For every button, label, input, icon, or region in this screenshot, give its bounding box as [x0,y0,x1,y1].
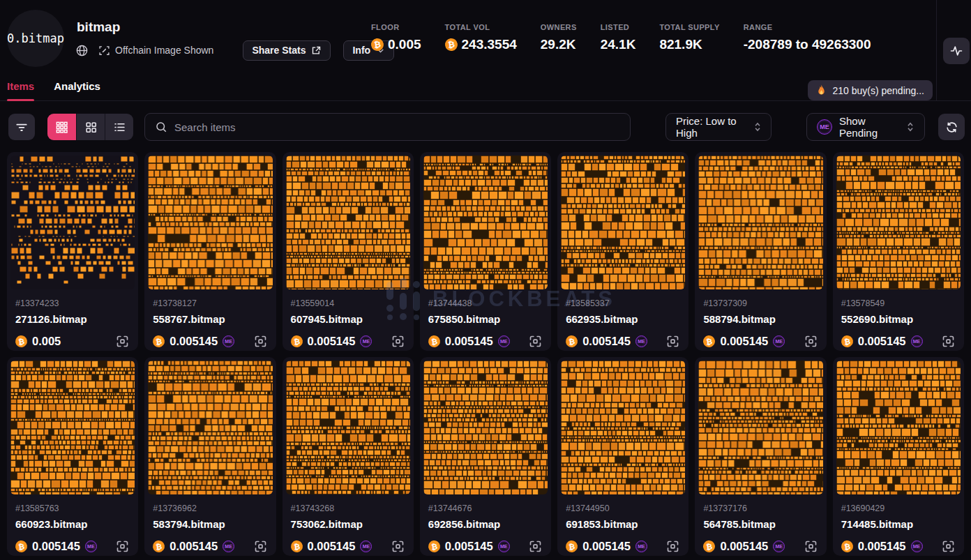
card-price: 0.005145 [858,540,906,553]
card-price: 0.005145 [445,335,493,348]
scan-button[interactable] [253,539,268,554]
scan-button[interactable] [804,334,818,349]
info-label: Info [352,45,370,56]
card-price: 0.005145 [32,540,80,553]
scan-icon [253,539,268,554]
card-price: 0.005145 [170,335,218,348]
bitmap-thumbnail [286,361,410,494]
me-pending-icon: ME [773,335,785,347]
scan-button[interactable] [941,539,956,554]
me-pending-icon: ME [498,540,510,552]
view-list-button[interactable] [105,114,133,140]
me-pending-icon: ME [635,335,647,347]
card-id: #13737176 [703,504,818,513]
magic-eden-icon: ME [817,119,832,135]
stat-label: LISTED [601,23,636,31]
btc-icon: ₿ [841,335,854,348]
scan-icon [253,334,268,349]
item-card[interactable]: #13738127 558767.bitmap ₿ 0.005145 ME [144,152,276,351]
scan-button[interactable] [115,539,130,554]
view-large-grid-button[interactable] [76,114,105,140]
item-card[interactable]: #13744950 691853.bitmap ₿ 0.005145 ME [557,357,688,556]
bitmap-thumbnail [10,156,135,289]
globe-icon[interactable] [75,44,89,57]
offchain-label: Offchain Image Shown [115,45,213,56]
card-id: #13736962 [153,504,267,513]
scan-button[interactable] [941,334,956,349]
item-card[interactable]: #13585337 662935.bitmap ₿ 0.005145 ME [557,152,688,351]
scan-icon [391,539,405,554]
collection-header: 0.bitmap bitmap Offchain Image Shown Sha… [0,0,971,101]
search-box [144,113,631,141]
share-stats-button[interactable]: Share Stats [243,40,331,61]
select-updown-icon [754,122,761,132]
scan-icon [804,539,818,554]
scan-button[interactable] [391,539,405,554]
scan-icon [804,334,818,349]
pending-buys-badge[interactable]: 210 buy(s) pending... [808,80,933,100]
pending-filter-select[interactable]: ME Show Pending [806,113,925,141]
item-card[interactable]: #13578549 552690.bitmap ₿ 0.005145 ME [833,152,964,351]
btc-icon: ₿ [428,335,441,348]
btc-icon: ₿ [15,335,28,348]
scan-button[interactable] [115,334,130,349]
item-card[interactable]: #13374233 271126.bitmap ₿ 0.005 [7,152,138,351]
bitmap-thumbnail [286,156,410,289]
select-updown-icon [906,122,914,132]
tab-items[interactable]: Items [7,80,34,100]
refresh-button[interactable] [938,114,965,140]
grid-3x3-icon [55,121,68,134]
scan-icon [528,334,543,349]
card-price: 0.005145 [170,540,218,553]
tab-analytics[interactable]: Analytics [54,80,100,100]
scan-button[interactable] [528,539,543,554]
card-price: 0.005 [32,335,61,348]
sort-select[interactable]: Price: Low to High [665,113,771,141]
item-card[interactable]: #13744438 675850.bitmap ₿ 0.005145 ME [420,152,551,351]
card-price: 0.005145 [720,335,768,348]
scan-button[interactable] [665,539,680,554]
scan-button[interactable] [665,334,680,349]
item-card[interactable]: #13585763 660923.bitmap ₿ 0.005145 ME [7,357,138,556]
stat-label: TOTAL VOL [445,23,517,31]
item-card[interactable]: #13736962 583794.bitmap ₿ 0.005145 ME [144,357,276,556]
me-pending-icon: ME [360,540,372,552]
filter-button[interactable] [8,114,35,140]
scan-icon [665,539,680,554]
scan-button[interactable] [391,334,405,349]
search-input[interactable] [174,121,620,133]
scan-icon [528,539,543,554]
item-card[interactable]: #13743268 753062.bitmap ₿ 0.005145 ME [283,357,414,556]
scan-button[interactable] [528,334,543,349]
scan-button[interactable] [253,334,268,349]
scan-button[interactable] [804,539,818,554]
stat-value: 0.005 [388,37,421,52]
filter-icon [15,120,29,134]
collection-avatar[interactable]: 0.bitmap [7,10,64,67]
stat-block: RANGE -208789 to 49263300 [744,23,871,52]
btc-icon: ₿ [702,540,716,553]
card-id: #13738127 [153,298,267,308]
card-name: 552690.bitmap [841,313,956,325]
item-card[interactable]: #13744676 692856.bitmap ₿ 0.005145 ME [420,357,551,556]
btc-icon: ₿ [841,540,854,553]
collection-title: bitmap [77,20,120,35]
card-id: #13690429 [841,504,956,513]
search-icon [155,121,167,133]
card-id: #13559014 [291,298,405,308]
me-pending-icon: ME [911,335,923,347]
header-divider [936,0,937,101]
item-card[interactable]: #13559014 607945.bitmap ₿ 0.005145 ME [283,152,414,351]
activity-button[interactable] [943,38,970,64]
item-card[interactable]: #13690429 714485.bitmap ₿ 0.005145 ME [833,357,964,556]
card-name: 588794.bitmap [703,313,818,325]
bitmap-thumbnail [423,156,548,289]
items-grid: #13374233 271126.bitmap ₿ 0.005 #1373812… [0,141,971,556]
item-card[interactable]: #13737176 564785.bitmap ₿ 0.005145 ME [695,357,826,556]
btc-icon: ₿ [428,540,441,553]
stat-block: LISTED 24.1K [601,23,636,52]
offchain-toggle[interactable]: Offchain Image Shown [98,45,213,56]
item-card[interactable]: #13737309 588794.bitmap ₿ 0.005145 ME [695,152,826,351]
list-icon [113,121,126,134]
view-small-grid-button[interactable] [47,114,76,140]
